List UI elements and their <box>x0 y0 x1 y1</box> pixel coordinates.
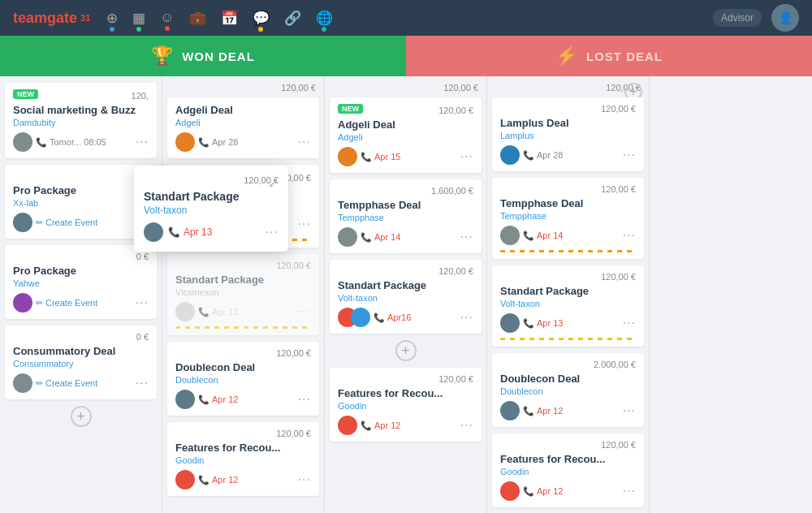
avatar <box>144 222 163 242</box>
card-menu[interactable]: ··· <box>298 392 311 407</box>
won-deal-banner[interactable]: 🏆 WON DEAL <box>0 36 406 76</box>
dragging-popup-card[interactable]: 120,00 € Standart Package Volt-taxon ⤢ 📞… <box>134 166 288 252</box>
deal-date: 📞 Apr 28 <box>198 137 295 148</box>
deal-company[interactable]: Adgeli <box>175 118 311 127</box>
card-amount: 120,00 € <box>500 104 636 114</box>
deal-company[interactable]: Goodin <box>175 455 311 465</box>
card-amount: 0 € <box>13 332 149 342</box>
deal-title[interactable]: Adgeli Deal <box>175 104 311 116</box>
card-menu[interactable]: ··· <box>460 418 473 433</box>
user-avatar[interactable]: 👤 <box>771 4 799 32</box>
deal-company[interactable]: Adgeli <box>338 132 473 142</box>
person-icon[interactable]: ☺ <box>160 10 174 26</box>
deal-title[interactable]: Tempphase Deal <box>500 197 636 209</box>
deal-title[interactable]: Tempphase Deal <box>338 199 473 211</box>
deal-title[interactable]: Features for Recou... <box>338 387 473 399</box>
card-amount: 2.000,00 € <box>500 360 636 369</box>
calendar-icon[interactable]: 📅 <box>221 10 238 27</box>
deal-company[interactable]: Goodin <box>500 467 636 476</box>
deal-company[interactable]: Xx-lab <box>13 198 149 208</box>
deal-company[interactable]: Consummatory <box>13 359 149 369</box>
card-menu[interactable]: ··· <box>298 135 311 149</box>
add-placeholder[interactable]: + <box>330 340 482 361</box>
add-card-button[interactable]: + <box>71 406 92 427</box>
phone-icon: 📞 <box>361 420 372 431</box>
deal-card-adgeli: Adgeli Deal Adgeli 📞 Apr 28 ··· <box>167 97 319 158</box>
deal-company[interactable]: Volt-taxon <box>338 293 473 303</box>
deal-company[interactable]: Doublecon <box>175 375 311 385</box>
card-menu[interactable]: ··· <box>298 472 311 487</box>
plus-circle-icon[interactable]: ⊕ <box>106 10 118 27</box>
card-footer: 📞 Apr 28 ··· <box>175 132 311 152</box>
deal-title[interactable]: Features for Recou... <box>500 453 636 465</box>
deal-company[interactable]: Tempphase <box>338 213 473 222</box>
column-3: 120,00 € NEW 120,00 € Adgeli Deal Adgeli… <box>325 76 487 513</box>
deal-date: 📞 Apr 14 <box>361 232 457 243</box>
card-amount: 120,00 € <box>338 374 473 384</box>
avatar <box>175 302 195 321</box>
card-menu[interactable]: ··· <box>460 230 473 244</box>
card-footer: 📞 Apr 12 ··· <box>500 481 636 501</box>
deal-title[interactable]: Doublecon Deal <box>175 361 311 373</box>
deal-title[interactable]: Standart Package <box>175 274 311 286</box>
card-menu[interactable]: ··· <box>623 484 636 498</box>
deal-title[interactable]: Lamplus Deal <box>500 117 636 129</box>
card-footer: 📞 Apr 15 ··· <box>338 147 473 166</box>
deal-title[interactable]: Features for Recou... <box>175 442 311 454</box>
briefcase-icon[interactable]: 💼 <box>189 10 206 27</box>
deal-card-features-col3: 120,00 € Features for Recou... Goodin 📞 … <box>330 368 482 442</box>
deal-title[interactable]: Standart Package <box>338 279 473 291</box>
card-menu[interactable]: ··· <box>623 228 636 243</box>
deal-company[interactable]: Doublecon <box>500 386 636 396</box>
card-menu[interactable]: ··· <box>136 295 149 310</box>
deal-date: 📞 Apr 12 <box>198 394 295 405</box>
deal-company[interactable]: Damdubity <box>13 118 149 127</box>
add-card-inline-button[interactable]: + <box>395 340 417 361</box>
card-amount: 120,00 € <box>438 106 473 115</box>
chat-icon[interactable]: 💬 <box>253 10 270 27</box>
deal-title[interactable]: Standart Package <box>500 285 636 297</box>
nav-dot-teal <box>322 27 326 32</box>
card-menu[interactable]: ··· <box>623 316 636 330</box>
card-menu[interactable]: ··· <box>298 304 311 319</box>
deal-title[interactable]: Doublecon Deal <box>500 373 636 385</box>
create-event-button[interactable]: ✏ Create Event <box>36 218 132 228</box>
deal-title[interactable]: Consummatory Deal <box>13 345 149 357</box>
deal-company[interactable]: Yahwe <box>13 278 149 288</box>
deal-title[interactable]: Social marketing & Buzz <box>13 104 149 116</box>
card-footer: 📞 Tomor... 08:05 ··· <box>13 132 149 152</box>
card-menu[interactable]: ··· <box>460 149 473 164</box>
popup-company: Volt-taxon <box>144 205 279 216</box>
chart-icon[interactable]: ▦ <box>132 10 145 27</box>
create-event-button[interactable]: ✏ Create Event <box>36 298 132 308</box>
avatar <box>13 373 32 393</box>
popup-menu[interactable]: ··· <box>266 225 279 239</box>
card-menu[interactable]: ··· <box>460 310 473 325</box>
deal-title[interactable]: Adgeli Deal <box>338 119 473 131</box>
deal-card-social-marketing: NEW 120, Social marketing & Buzz Damdubi… <box>5 83 157 158</box>
deal-company[interactable]: Vicsmexon <box>175 287 311 297</box>
card-menu[interactable]: ··· <box>623 403 636 418</box>
card-amount: 0 € <box>13 171 149 181</box>
lost-deal-banner[interactable]: ⚡ LOST DEAL <box>406 36 812 76</box>
card-amount: 120,00 € <box>338 266 473 276</box>
deal-company[interactable]: Tempphase <box>500 211 636 221</box>
deal-card-consummatory: 0 € Consummatory Deal Consummatory ✏ Cre… <box>5 325 157 399</box>
logo-num: 31 <box>80 13 90 23</box>
card-amount: 120,00 € <box>500 440 636 450</box>
phone-icon: 📞 <box>198 475 209 485</box>
deal-title[interactable]: Pro Package <box>13 265 149 277</box>
card-menu[interactable]: ··· <box>623 148 636 162</box>
lost-deal-label: LOST DEAL <box>586 50 663 63</box>
deal-company[interactable]: Goodin <box>338 401 473 411</box>
link-icon[interactable]: 🔗 <box>284 10 301 27</box>
deal-title[interactable]: Pro Package <box>13 184 149 196</box>
create-event-button[interactable]: ✏ Create Event <box>36 378 132 389</box>
card-menu[interactable]: ··· <box>136 135 149 149</box>
globe-icon[interactable]: 🌐 <box>316 10 333 27</box>
deal-company[interactable]: Volt-taxon <box>500 299 636 308</box>
card-menu[interactable]: ··· <box>136 376 149 390</box>
deal-company[interactable]: Lamplus <box>500 131 636 140</box>
logo[interactable]: teamgate 31 <box>13 10 90 27</box>
card-menu[interactable]: ··· <box>298 217 311 231</box>
